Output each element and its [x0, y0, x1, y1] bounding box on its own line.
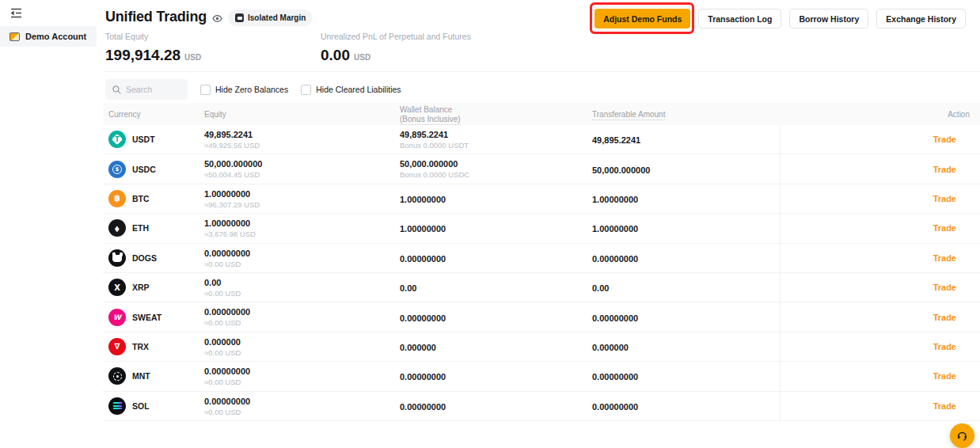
unrealized-pnl-unit: USD — [354, 53, 370, 62]
trade-link[interactable]: Trade — [933, 342, 956, 351]
collapse-sidebar-glyph — [10, 8, 22, 18]
equity-value: 0.00000000 — [204, 307, 250, 317]
wallet-balance-cell: 0.00 — [400, 280, 416, 294]
filter-row: Hide Zero Balances Hide Cleared Liabilit… — [105, 79, 401, 100]
trade-link[interactable]: Trade — [933, 313, 956, 322]
col-wallet-line1: Wallet Balance — [400, 105, 452, 114]
trade-link[interactable]: Trade — [933, 371, 956, 381]
transaction-log-button[interactable]: Transaction Log — [698, 9, 781, 28]
transferable-value: 50,000.000000 — [592, 165, 650, 175]
collapse-sidebar-icon[interactable] — [10, 7, 23, 18]
unrealized-pnl-label: Unrealized PnL of Perpetual and Futures — [321, 32, 471, 41]
table-row: $USDC50,000.000000≈50,004.45 USD50,000.0… — [103, 154, 980, 184]
col-currency: Currency — [108, 110, 141, 119]
equity-cell: 0.000000≈0.00 USD — [204, 337, 241, 357]
icon-glyph — [112, 405, 122, 407]
search-box — [105, 79, 188, 100]
equity-usd: ≈0.00 USD — [204, 260, 250, 268]
borrow-history-button[interactable]: Borrow History — [789, 9, 868, 28]
trade-link[interactable]: Trade — [933, 253, 956, 263]
equity-cell: 0.00000000≈0.00 USD — [204, 397, 250, 416]
trade-link[interactable]: Trade — [933, 283, 956, 292]
currency-symbol: ETH — [132, 223, 149, 233]
transferable-value: 0.00000000 — [592, 313, 638, 323]
trx-coin-icon: ∇ — [108, 338, 126, 355]
currency-symbol: XRP — [132, 283, 150, 292]
trade-link[interactable]: Trade — [933, 223, 956, 233]
transferable-cell: 0.00 — [592, 280, 609, 294]
table-body: TUSDT49,895.2241≈49,925.56 USD49,895.224… — [103, 125, 980, 421]
wallet-balance-cell: 1.00000000 — [400, 192, 446, 206]
search-icon — [112, 84, 122, 98]
sidebar-item-demo-account[interactable]: Demo Account — [0, 26, 97, 47]
transferable-value: 0.00 — [592, 283, 609, 293]
equity-usd: ≈0.00 USD — [204, 318, 250, 327]
wallet-value: 0.00000000 — [400, 372, 446, 382]
equity-cell: 0.00000000≈0.00 USD — [204, 307, 250, 327]
wallet-value: 0.00000000 — [400, 254, 446, 264]
icon-glyph — [113, 402, 122, 410]
currency-symbol: BTC — [132, 194, 150, 203]
wallet-value: 0.00000000 — [400, 402, 446, 412]
wallet-value: 50,000.000000 — [400, 159, 469, 169]
hide-zero-balances-checkbox[interactable]: Hide Zero Balances — [200, 85, 288, 95]
visibility-eye-icon[interactable] — [212, 13, 222, 24]
headset-icon — [956, 430, 968, 442]
wallet-bonus: Bonus 0.0000 USDC — [400, 170, 469, 179]
sol-coin-icon — [108, 397, 126, 415]
transferable-cell: 50,000.000000 — [592, 162, 650, 177]
icon-glyph — [112, 402, 122, 404]
transferable-cell: 0.00000000 — [592, 369, 638, 383]
sidebar-item-label: Demo Account — [25, 32, 86, 41]
icon-glyph — [116, 375, 119, 378]
isolated-margin-badge[interactable]: Isolated Margin — [228, 9, 313, 26]
adjust-demo-funds-button[interactable]: Adjust Demo Funds — [594, 9, 690, 28]
table-row: XXRP0.00≈0.00 USD0.000.00Trade — [103, 273, 980, 302]
equity-cell: 1.00000000≈3,676.98 USD — [204, 218, 256, 238]
transferable-value: 49,895.2241 — [592, 135, 640, 145]
col-action: Action — [948, 110, 970, 119]
checkbox-icon — [200, 85, 211, 95]
currency-symbol: TRX — [132, 342, 149, 351]
header-actions: Adjust Demo Funds Transaction Log Borrow… — [594, 9, 966, 28]
total-equity-unit: USD — [184, 53, 201, 62]
equity-value: 0.00000000 — [204, 249, 250, 258]
icon-glyph — [112, 255, 122, 262]
transferable-value: 0.00000000 — [592, 254, 638, 264]
wallet-balance-cell: 0.000000 — [400, 340, 436, 354]
exchange-history-button[interactable]: Exchange History — [876, 9, 966, 28]
equity-cell: 0.00≈0.00 USD — [204, 278, 241, 298]
hide-cleared-liabilities-checkbox[interactable]: Hide Cleared Liabilities — [301, 85, 401, 95]
trade-link[interactable]: Trade — [933, 135, 956, 144]
wallet-balance-cell: 49,895.2241Bonus 0.0000 USDT — [400, 130, 469, 150]
equity-cell: 1.00000000≈96,307.29 USD — [204, 189, 260, 209]
equity-usd: ≈0.00 USD — [204, 378, 250, 386]
transferable-cell: 1.00000000 — [592, 221, 638, 235]
wallet-value: 49,895.2241 — [400, 130, 469, 139]
btc-coin-icon: ฿ — [108, 190, 126, 207]
trade-link[interactable]: Trade — [933, 194, 956, 203]
icon-glyph: W — [113, 313, 121, 321]
currency-symbol: MNT — [132, 371, 150, 381]
icon-glyph — [112, 252, 116, 257]
currency-symbol: DOGS — [132, 253, 157, 263]
trade-link[interactable]: Trade — [933, 401, 956, 411]
adjust-demo-funds-wrap: Adjust Demo Funds — [594, 9, 690, 28]
sweat-coin-icon: W — [108, 309, 126, 326]
transferable-value: 1.00000000 — [592, 224, 638, 233]
isolated-margin-icon — [235, 13, 244, 22]
trade-link[interactable]: Trade — [933, 165, 956, 174]
equity-cell: 50,000.000000≈50,004.45 USD — [204, 159, 262, 179]
equity-cell: 49,895.2241≈49,925.56 USD — [204, 130, 260, 150]
icon-glyph: T — [115, 136, 119, 143]
isolated-margin-label: Isolated Margin — [248, 13, 306, 22]
total-equity-stat: Total Equity 199,914.28 USD — [105, 32, 201, 64]
hide-zero-balances-label: Hide Zero Balances — [215, 85, 288, 94]
table-row: ◆ETH1.00000000≈3,676.98 USD1.000000001.0… — [103, 214, 980, 243]
stats-divider — [103, 71, 980, 72]
wallet-value: 0.00 — [400, 283, 416, 293]
usdc-coin-icon: $ — [108, 161, 126, 178]
demo-account-icon — [9, 32, 20, 41]
support-fab-button[interactable] — [950, 423, 974, 448]
transferable-cell: 0.00000000 — [592, 310, 638, 325]
